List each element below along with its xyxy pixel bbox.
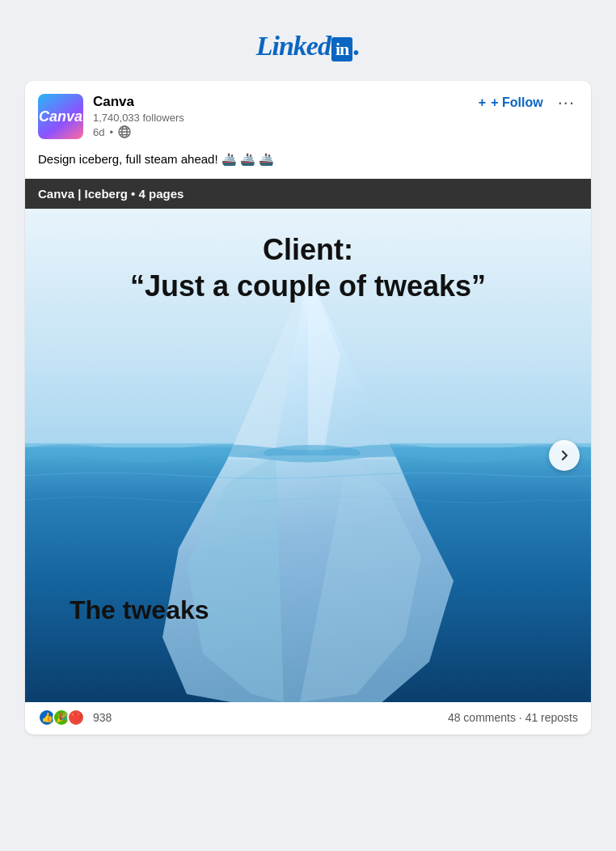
separator-dot: •	[109, 126, 113, 138]
document-separator: •	[131, 187, 138, 201]
post-header: Canva Canva 1,740,033 followers 6d •	[25, 81, 591, 147]
post-meta: 6d •	[93, 125, 184, 138]
follow-label: + Follow	[491, 95, 542, 110]
document-title: Canva | Iceberg	[38, 187, 128, 201]
slide-title-line1: Client:	[25, 231, 591, 268]
reactions-right[interactable]: 48 comments · 41 reposts	[448, 711, 578, 724]
company-avatar[interactable]: Canva	[38, 94, 83, 139]
post-header-right: + + Follow ···	[479, 94, 578, 112]
logo-linked-text: Linked	[256, 31, 331, 61]
linkedin-wordmark: Linkedin.	[256, 31, 361, 61]
slide-subtitle-text: The tweaks	[70, 595, 209, 625]
followers-count: 1,740,033 followers	[93, 112, 184, 124]
company-info: Canva 1,740,033 followers 6d •	[93, 94, 184, 138]
document-image: Client: “Just a couple of tweaks” The tw…	[25, 209, 591, 702]
avatar-image: Canva	[38, 94, 83, 139]
slide-title-line2: “Just a couple of tweaks”	[25, 268, 591, 304]
reactions-left[interactable]: 👍 🎉 ❤️ 938	[38, 709, 112, 726]
document-header: Canva | Iceberg • 4 pages	[25, 179, 591, 209]
comments-count: 48 comments	[448, 711, 516, 724]
reaction-emoji-group: 👍 🎉 ❤️	[38, 709, 85, 726]
logo-in-box: in	[331, 37, 352, 61]
time-ago: 6d	[93, 126, 104, 138]
more-options-button[interactable]: ···	[555, 94, 578, 112]
iceberg-scene: Client: “Just a couple of tweaks” The tw…	[25, 209, 591, 702]
follow-button[interactable]: + + Follow	[479, 94, 543, 112]
reactions-separator: ·	[519, 711, 525, 724]
next-slide-button[interactable]	[549, 440, 580, 471]
linkedin-logo: Linkedin.	[256, 31, 361, 61]
document-pages: 4 pages	[139, 187, 184, 201]
avatar-text: Canva	[39, 108, 82, 125]
logo-dot: .	[353, 29, 360, 61]
post-header-left: Canva Canva 1,740,033 followers 6d •	[38, 94, 184, 139]
love-reaction: ❤️	[67, 709, 85, 726]
company-name[interactable]: Canva	[93, 94, 184, 110]
slide-main-text: Client: “Just a couple of tweaks”	[25, 231, 591, 304]
reaction-count: 938	[93, 711, 112, 724]
globe-icon	[118, 125, 131, 138]
follow-plus: +	[479, 95, 486, 110]
post-text: Design iceberg, full steam ahead! 🚢 🚢 🚢	[25, 147, 591, 179]
reactions-row: 👍 🎉 ❤️ 938 48 comments · 41 reposts	[25, 702, 591, 735]
post-body-text: Design iceberg, full steam ahead! 🚢 🚢 🚢	[38, 152, 274, 166]
reposts-count: 41 reposts	[525, 711, 578, 724]
post-card: Canva Canva 1,740,033 followers 6d •	[25, 81, 591, 735]
slide-subtitle: The tweaks	[70, 595, 209, 624]
